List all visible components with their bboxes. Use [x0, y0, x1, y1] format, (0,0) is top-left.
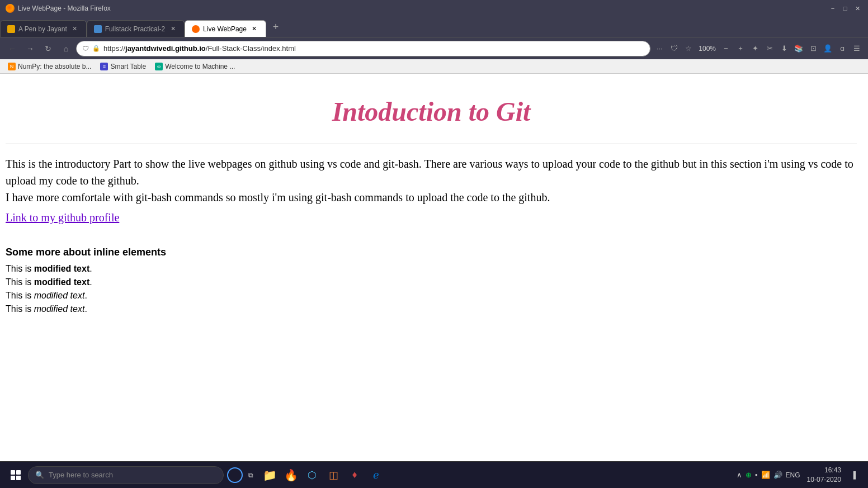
profile-icon[interactable]: 👤	[821, 42, 834, 55]
tab-label-3: Live WebPage	[203, 25, 247, 33]
inline-item-3: This is modified text.	[6, 291, 857, 301]
taskbar-search-bar[interactable]: 🔍 Type here to search	[28, 466, 224, 484]
taskbar-vscode[interactable]: ⬡	[302, 465, 322, 485]
tab-label-2: Fullstack Practical-2	[105, 25, 165, 33]
network-icon[interactable]: ⊕	[746, 471, 752, 479]
shield-verify-icon[interactable]: 🛡	[667, 42, 681, 55]
inline-italic-1: modified text	[34, 291, 85, 300]
tab-close-2[interactable]: ✕	[168, 25, 177, 34]
wifi-icon[interactable]: 📶	[761, 471, 770, 479]
search-icon: 🔍	[35, 471, 44, 479]
maximize-button[interactable]: □	[840, 3, 850, 13]
reload-button[interactable]: ↻	[40, 41, 56, 56]
download-icon[interactable]: ⬇	[777, 42, 791, 55]
bookmark-label-machine: Welcome to Machine ...	[165, 63, 235, 70]
window-title: Live WebPage - Mozilla Firefox	[18, 4, 111, 12]
inline-italic-2: modified text	[34, 304, 85, 314]
page-divider	[6, 144, 857, 144]
tab-close-3[interactable]: ✕	[250, 25, 259, 34]
taskbar-firefox[interactable]: 🔥	[281, 465, 301, 485]
taskbar-right: ∧ ⊕ ▪ 📶 🔊 ENG 16:43 10-07-2020 ▌	[737, 466, 864, 485]
page-body-paragraph: This is the introductory Part to show th…	[6, 155, 857, 206]
bookmark-numpy[interactable]: N NumPy: the absolute b...	[4, 61, 95, 72]
section-heading-inline: Some more about inline elements	[6, 247, 857, 258]
tab-fullstack-practical[interactable]: Fullstack Practical-2 ✕	[87, 20, 185, 37]
reader-view-icon[interactable]: ✦	[748, 42, 762, 55]
inline-bold-1: modified text	[34, 264, 90, 273]
bookmark-smart-table[interactable]: ≡ Smart Table	[97, 61, 149, 72]
inline-item-2: This is modified text.	[6, 277, 857, 287]
screenshot-icon[interactable]: ✂	[763, 42, 776, 55]
window-controls: − □ ✕	[828, 3, 862, 13]
nav-bar: ← → ↻ ⌂ 🛡 🔒 https://jayantdwivedi.github…	[0, 37, 868, 59]
clock-date: 10-07-2020	[807, 475, 841, 485]
cortana-icon[interactable]	[227, 467, 243, 483]
bookmarks-bar: N NumPy: the absolute b... ≡ Smart Table…	[0, 59, 868, 74]
tab-bar: A Pen by Jayant ✕ Fullstack Practical-2 …	[0, 17, 868, 37]
bookmark-favicon-smart-table: ≡	[100, 63, 108, 70]
zoom-level: 100%	[696, 45, 718, 53]
tab-favicon-3	[192, 25, 200, 33]
address-bar[interactable]: 🛡 🔒 https://jayantdwivedi.github.io/Full…	[76, 41, 650, 56]
inline-bold-2: modified text	[34, 277, 90, 287]
tab-favicon-1	[7, 25, 15, 33]
task-view-icon[interactable]: ⧉	[243, 467, 258, 483]
taskbar-edge[interactable]: ℯ	[366, 465, 386, 485]
star-icon[interactable]: ☆	[682, 42, 695, 55]
bookmark-favicon-numpy: N	[8, 63, 16, 70]
search-placeholder: Type here to search	[49, 471, 113, 479]
back-button[interactable]: ←	[4, 41, 20, 56]
inline-item-1: This is modified text.	[6, 264, 857, 274]
tab-pen-by-jayant[interactable]: A Pen by Jayant ✕	[0, 20, 87, 37]
windows-logo-icon	[11, 470, 21, 480]
tab-close-1[interactable]: ✕	[70, 25, 79, 34]
menu-button[interactable]: ☰	[850, 42, 864, 55]
new-tab-button[interactable]: +	[268, 20, 283, 34]
zoom-plus-icon[interactable]: +	[734, 42, 747, 55]
bookmark-machine[interactable]: ∞ Welcome to Machine ...	[152, 61, 238, 72]
taskbar-clock[interactable]: 16:43 10-07-2020	[803, 466, 846, 485]
page-title: Intoduction to Git	[6, 85, 857, 144]
bookmark-favicon-machine: ∞	[155, 63, 163, 70]
taskbar-git[interactable]: ♦	[345, 465, 365, 485]
taskbar-database[interactable]: ◫	[323, 465, 343, 485]
battery-icon[interactable]: ▪	[755, 471, 758, 479]
show-desktop-button[interactable]: ▌	[848, 467, 864, 483]
forward-button[interactable]: →	[22, 41, 38, 56]
taskbar-center-icons: ⧉	[227, 467, 258, 483]
language-indicator[interactable]: ENG	[786, 471, 800, 479]
tab-label-1: A Pen by Jayant	[18, 25, 67, 33]
amazon-icon[interactable]: ɑ	[836, 42, 849, 55]
shield-icon: 🛡	[82, 45, 89, 53]
bookmark-label-numpy: NumPy: the absolute b...	[18, 63, 91, 70]
page-content: Intoduction to Git This is the introduct…	[0, 74, 868, 461]
address-text: https://jayantdwivedi.github.io/Full-Sta…	[103, 44, 644, 53]
taskbar: 🔍 Type here to search ⧉ 📁 🔥 ⬡ ◫ ♦ ℯ ∧ ⊕ …	[0, 461, 868, 488]
github-profile-link[interactable]: Link to my github profile	[6, 211, 119, 224]
firefox-logo-icon	[6, 4, 15, 13]
close-button[interactable]: ✕	[852, 3, 862, 13]
tab-live-webpage[interactable]: Live WebPage ✕	[185, 20, 266, 37]
home-button[interactable]: ⌂	[58, 41, 74, 56]
bookmarks-library-icon[interactable]: 📚	[792, 42, 805, 55]
lock-icon: 🔒	[92, 45, 100, 52]
taskbar-file-explorer[interactable]: 📁	[260, 465, 280, 485]
volume-icon[interactable]: 🔊	[773, 471, 782, 479]
up-arrow-icon[interactable]: ∧	[737, 471, 742, 479]
inline-item-4: This is modified text.	[6, 304, 857, 314]
browser-window: Live WebPage - Mozilla Firefox − □ ✕ A P…	[0, 0, 868, 488]
start-button[interactable]	[4, 464, 27, 486]
clock-time: 16:43	[807, 466, 841, 475]
tab-favicon-2	[94, 25, 102, 33]
nav-right-icons: ··· 🛡 ☆ 100% − + ✦ ✂ ⬇ 📚 ⊡ 👤 ɑ ☰	[653, 42, 864, 55]
system-tray-icons: ∧ ⊕ ▪ 📶 🔊 ENG	[737, 471, 800, 479]
zoom-minus-icon[interactable]: −	[719, 42, 733, 55]
bookmark-label-smart-table: Smart Table	[110, 63, 146, 70]
sync-icon[interactable]: ⊡	[806, 42, 820, 55]
minimize-button[interactable]: −	[828, 3, 838, 13]
extensions-icon[interactable]: ···	[653, 42, 666, 55]
title-bar: Live WebPage - Mozilla Firefox − □ ✕	[0, 0, 868, 17]
